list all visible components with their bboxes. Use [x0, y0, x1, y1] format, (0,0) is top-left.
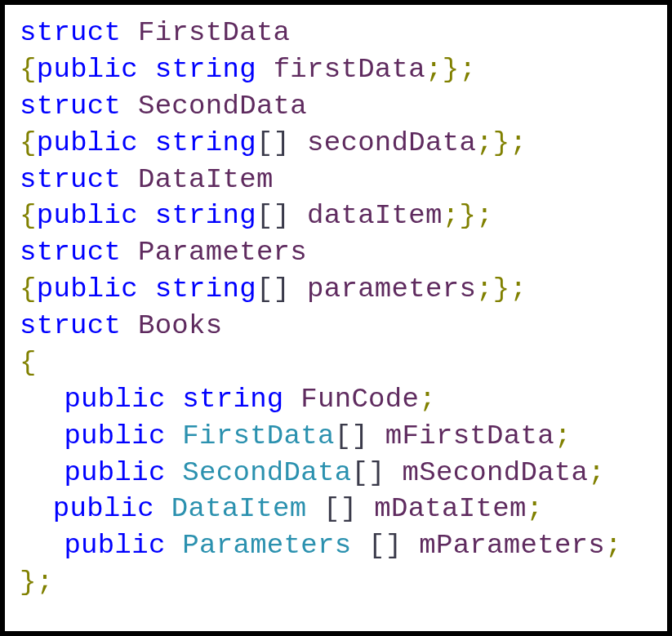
code-line: {	[20, 345, 652, 381]
code-token: []	[256, 200, 290, 231]
code-token: []	[256, 274, 290, 305]
code-token	[121, 310, 138, 341]
code-token: string	[155, 127, 256, 158]
code-token: DataItem	[171, 493, 307, 524]
code-token: ;	[419, 384, 436, 415]
code-token: public	[37, 54, 138, 85]
code-token: string	[155, 54, 256, 85]
code-line: struct FirstData	[20, 15, 652, 51]
code-token: ;	[459, 54, 476, 85]
code-token	[121, 91, 138, 122]
code-token: {	[20, 54, 37, 85]
code-token: public	[37, 127, 138, 158]
code-token	[138, 200, 155, 231]
code-token: ;	[476, 274, 493, 305]
code-token: secondData	[307, 127, 476, 158]
code-token: }	[493, 127, 510, 158]
code-token: ;	[527, 493, 544, 524]
code-token: public	[64, 384, 165, 415]
code-line: struct SecondData	[20, 88, 652, 125]
code-token: SecondData	[138, 91, 307, 122]
code-token: string	[182, 384, 283, 415]
code-token: mSecondData	[403, 457, 589, 488]
code-token: FunCode	[300, 384, 419, 415]
code-token: ;	[476, 200, 493, 231]
code-token: ;	[425, 54, 443, 85]
code-token: struct	[20, 237, 121, 268]
code-token	[154, 493, 171, 524]
code-block: struct FirstData{public string firstData…	[20, 15, 652, 601]
code-token	[121, 17, 138, 48]
code-token: string	[155, 274, 256, 305]
code-token	[121, 237, 138, 268]
code-token: }	[20, 567, 37, 598]
code-token: ;	[510, 127, 527, 158]
code-token	[306, 493, 323, 524]
code-token: public	[64, 530, 165, 561]
code-line: };	[20, 564, 652, 601]
code-line: {public string[] parameters;};	[20, 271, 652, 308]
code-line: public string FunCode;	[20, 381, 652, 418]
code-line: public FirstData[] mFirstData;	[20, 418, 652, 455]
code-token: string	[155, 200, 256, 231]
code-token	[358, 493, 375, 524]
code-token: ;	[510, 274, 527, 305]
code-line: struct Parameters	[20, 234, 652, 271]
code-token: }	[459, 200, 476, 231]
code-token	[138, 127, 155, 158]
code-token: dataItem	[307, 200, 443, 231]
code-token: []	[351, 457, 385, 488]
code-token: mDataItem	[374, 493, 526, 524]
code-token: public	[37, 200, 138, 231]
code-token: struct	[20, 164, 121, 195]
code-token: ;	[588, 457, 605, 488]
code-token	[121, 164, 138, 195]
code-token: ;	[605, 530, 622, 561]
code-token	[290, 274, 307, 305]
code-token: }	[493, 274, 510, 305]
code-token: struct	[20, 310, 121, 341]
code-token: []	[335, 420, 368, 451]
code-token: public	[53, 493, 154, 524]
code-token	[138, 274, 155, 305]
code-token: mFirstData	[385, 420, 554, 451]
code-token	[138, 54, 155, 85]
code-token: FirstData	[182, 420, 334, 451]
code-token: firstData	[274, 54, 425, 85]
code-token	[290, 127, 307, 158]
code-line: {public string[] secondData;};	[20, 125, 652, 162]
code-token	[166, 384, 183, 415]
code-token: parameters	[307, 274, 476, 305]
code-token	[403, 530, 420, 561]
code-line: public DataItem [] mDataItem;	[20, 491, 652, 527]
code-token: struct	[20, 17, 121, 48]
code-token: {	[20, 347, 37, 378]
code-token: mParameters	[419, 530, 605, 561]
code-token: struct	[20, 91, 121, 122]
code-token: {	[20, 274, 37, 305]
code-line: {public string[] dataItem;};	[20, 198, 652, 234]
code-token: FirstData	[138, 17, 290, 48]
code-token: Books	[138, 310, 223, 341]
code-line: public SecondData[] mSecondData;	[20, 455, 652, 491]
code-token	[166, 530, 183, 561]
code-token: {	[20, 127, 37, 158]
code-token: []	[256, 127, 290, 158]
code-token	[256, 54, 274, 85]
code-token	[368, 420, 385, 451]
code-token	[166, 420, 183, 451]
code-line: struct Books	[20, 308, 652, 345]
code-snippet-container: struct FirstData{public string firstData…	[0, 0, 672, 636]
code-token: DataItem	[138, 164, 274, 195]
code-line: {public string firstData;};	[20, 51, 652, 88]
code-token: []	[368, 530, 402, 561]
code-token: SecondData	[182, 457, 351, 488]
code-token: Parameters	[138, 237, 307, 268]
code-token	[284, 384, 301, 415]
code-token: ;	[37, 567, 54, 598]
code-token: ;	[476, 127, 493, 158]
code-line: public Parameters [] mParameters;	[20, 527, 652, 564]
code-token: Parameters	[182, 530, 351, 561]
code-token	[290, 200, 307, 231]
code-token: []	[323, 493, 357, 524]
